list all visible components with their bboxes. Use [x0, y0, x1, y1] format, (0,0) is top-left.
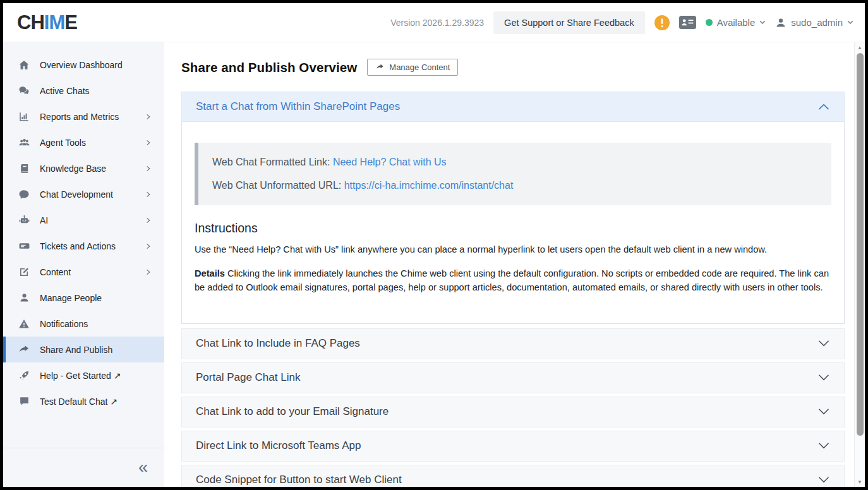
chevron-right-icon	[145, 165, 152, 172]
vertical-scrollbar[interactable]: ▲ ▼	[854, 42, 865, 487]
chevron-up-icon	[817, 102, 830, 111]
chats-icon	[18, 85, 30, 97]
alert-icon[interactable]	[654, 15, 670, 30]
sidebar-item-share-and-publish[interactable]: Share And Publish	[3, 337, 164, 362]
page-title: Share and Publish Overview	[181, 60, 357, 75]
ticket-icon	[18, 240, 30, 252]
accordion-title: Code Snippet for Button to start Web Cli…	[196, 474, 402, 486]
sidebar-item-reports-and-metrics[interactable]: Reports and Metrics	[3, 104, 164, 129]
report-chart-icon	[18, 111, 30, 122]
logo-text-dark2: E	[64, 11, 77, 33]
sidebar-item-label: Notifications	[40, 319, 88, 329]
formatted-link-label: Web Chat Formatted Link:	[212, 157, 330, 167]
chime-logo[interactable]: CHIME	[17, 11, 77, 34]
sidebar-item-label: Help - Get Started ↗	[40, 371, 121, 381]
sidebar-item-label: Content	[40, 267, 71, 277]
accordion-header-email-signature[interactable]: Chat Link to add to your Email Signature	[181, 397, 845, 427]
sidebar-collapse-button[interactable]: «	[138, 459, 148, 476]
manage-content-label: Manage Content	[389, 63, 450, 72]
unformatted-url-label: Web Chat Unformatted URL:	[212, 180, 341, 191]
sidebar-item-label: Tickets and Actions	[40, 241, 116, 251]
chevron-right-icon	[145, 139, 152, 146]
sidebar-item-knowledge-base[interactable]: Knowledge Base	[3, 155, 164, 181]
version-label: Version 2026.1.29.3923	[390, 18, 484, 28]
sidebar-item-overview-dashboard[interactable]: Overview Dashboard	[3, 52, 164, 78]
book-icon	[18, 163, 30, 174]
availability-dropdown[interactable]: Available	[706, 17, 766, 28]
formatted-chat-link[interactable]: Need Help? Chat with Us	[333, 157, 447, 167]
share-icon	[18, 344, 30, 356]
rocket-icon	[18, 370, 30, 381]
details-label: Details	[195, 268, 225, 278]
chevron-right-icon	[145, 242, 152, 250]
sidebar-footer: «	[3, 448, 164, 487]
accordion-title: Portal Page Chat Link	[196, 371, 300, 384]
sidebar-item-label: Test Default Chat ↗	[40, 397, 118, 407]
sidebar-item-label: Agent Tools	[40, 138, 86, 148]
sidebar-item-label: AI	[40, 215, 48, 225]
sidebar-nav: Overview Dashboard Active Chats Reports …	[3, 42, 164, 487]
accordion-title: Start a Chat from Within SharePoint Page…	[196, 100, 400, 113]
sidebar-item-content[interactable]: Content	[3, 259, 164, 285]
sidebar-item-label: Overview Dashboard	[40, 60, 123, 70]
details-text: Details Clicking the link immediately la…	[195, 266, 831, 295]
accordion-title: Chat Link to Include in FAQ Pages	[196, 337, 360, 350]
chevron-down-icon	[817, 407, 830, 416]
sidebar-item-test-default-chat[interactable]: Test Default Chat ↗	[3, 388, 164, 414]
chevron-right-icon	[145, 268, 152, 276]
chat-square-icon	[18, 396, 30, 407]
sidebar-item-tickets-and-actions[interactable]: Tickets and Actions	[3, 233, 164, 259]
accordion-header-code-snippet[interactable]: Code Snippet for Button to start Web Cli…	[181, 465, 845, 487]
formatted-link-row: Web Chat Formatted Link: Need Help? Chat…	[212, 157, 817, 168]
sidebar-item-manage-people[interactable]: Manage People	[3, 285, 164, 311]
edit-icon	[18, 266, 30, 278]
chevron-right-icon	[145, 191, 152, 198]
sidebar-item-active-chats[interactable]: Active Chats	[3, 78, 164, 104]
sidebar-item-label: Manage People	[40, 293, 102, 303]
username-label: sudo_admin	[791, 17, 843, 28]
sidebar-item-label: Share And Publish	[40, 345, 112, 355]
sidebar-item-label: Chat Development	[40, 189, 113, 200]
top-bar: CHIME Version 2026.1.29.3923 Get Support…	[3, 3, 865, 42]
sidebar-item-label: Active Chats	[40, 86, 90, 96]
chevron-right-icon	[145, 217, 152, 224]
unformatted-url-row: Web Chat Unformatted URL: https://ci-ha.…	[212, 180, 817, 191]
accordion-title: Direct Link to Microsoft Teams App	[196, 439, 361, 452]
scrollbar-thumb[interactable]	[857, 53, 864, 436]
available-status-dot	[706, 19, 713, 26]
user-icon	[775, 17, 787, 28]
scroll-down-arrow[interactable]: ▼	[855, 477, 865, 487]
accordion-title: Chat Link to add to your Email Signature	[196, 405, 389, 418]
share-icon	[375, 63, 385, 71]
sidebar-item-label: Reports and Metrics	[40, 112, 119, 122]
accordion-header-sharepoint[interactable]: Start a Chat from Within SharePoint Page…	[181, 92, 845, 122]
support-feedback-button[interactable]: Get Support or Share Feedback	[493, 11, 645, 34]
manage-content-button[interactable]: Manage Content	[367, 59, 458, 76]
robot-icon	[18, 214, 30, 226]
main-content: Share and Publish Overview Manage Conten…	[164, 42, 854, 487]
scroll-up-arrow[interactable]: ▲	[855, 42, 865, 52]
contact-card-icon[interactable]	[679, 16, 696, 29]
sidebar-item-ai[interactable]: AI	[3, 207, 164, 233]
logo-text-blue: IM	[44, 11, 64, 33]
sidebar-item-help-get-started[interactable]: Help - Get Started ↗	[3, 362, 164, 388]
sidebar-item-agent-tools[interactable]: Agent Tools	[3, 129, 164, 155]
accordion-section-sharepoint: Start a Chat from Within SharePoint Page…	[181, 92, 845, 324]
chevron-down-icon	[817, 441, 830, 450]
accordion-header-faq-pages[interactable]: Chat Link to Include in FAQ Pages	[181, 328, 845, 359]
chevron-down-icon	[817, 373, 830, 382]
accordion-body-sharepoint: Web Chat Formatted Link: Need Help? Chat…	[181, 122, 845, 324]
sidebar-item-notifications[interactable]: Notifications	[3, 311, 164, 337]
unformatted-chat-url-link[interactable]: https://ci-ha.imchime.com/instant/chat	[344, 180, 514, 191]
logo-text-dark: CH	[17, 11, 44, 33]
availability-label: Available	[717, 17, 756, 28]
user-menu-dropdown[interactable]: sudo_admin	[775, 17, 853, 28]
app-window: CHIME Version 2026.1.29.3923 Get Support…	[0, 0, 868, 490]
agents-icon	[18, 136, 30, 148]
chevron-right-icon	[145, 113, 152, 121]
chevron-down-icon	[817, 339, 830, 348]
sidebar-item-chat-development[interactable]: Chat Development	[3, 181, 164, 207]
accordion-header-teams-app[interactable]: Direct Link to Microsoft Teams App	[181, 431, 845, 462]
accordion-header-portal-page[interactable]: Portal Page Chat Link	[181, 362, 845, 393]
sidebar-item-label: Knowledge Base	[40, 164, 106, 174]
